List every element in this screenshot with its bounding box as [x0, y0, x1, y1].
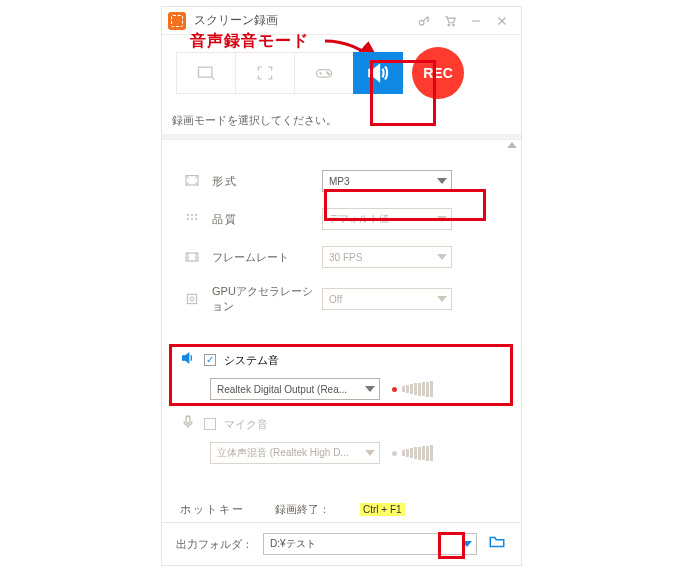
audio-section: システム音 Realtek Digital Output (Rea... マイク… — [162, 340, 521, 488]
record-button[interactable]: REC — [412, 47, 464, 99]
mode-audio[interactable] — [353, 52, 403, 94]
format-label: 形式 — [212, 174, 322, 189]
output-folder-input[interactable]: D:¥テスト — [263, 533, 477, 555]
gpu-label: GPUアクセラレーション — [212, 284, 322, 314]
framerate-label: フレームレート — [212, 250, 322, 265]
system-audio-group: システム音 Realtek Digital Output (Rea... — [180, 350, 503, 400]
mic-audio-meter — [392, 445, 433, 461]
footer: 出力フォルダ： D:¥テスト — [162, 522, 521, 565]
gpu-select: Off — [322, 288, 452, 310]
gpu-icon — [182, 289, 202, 309]
close-button[interactable] — [489, 10, 515, 32]
scroll-up-icon[interactable] — [162, 140, 521, 150]
output-folder-label: 出力フォルダ： — [176, 537, 253, 552]
framerate-select: 30 FPS — [322, 246, 452, 268]
svg-point-11 — [187, 214, 189, 216]
mic-audio-group: マイク音 立体声混音 (Realtek High D... — [180, 414, 503, 464]
row-format: 形式 MP3 — [182, 170, 501, 192]
svg-rect-18 — [187, 294, 196, 303]
svg-point-19 — [190, 297, 194, 301]
svg-point-14 — [187, 218, 189, 220]
framerate-icon — [182, 247, 202, 267]
svg-point-1 — [448, 24, 450, 26]
minimize-button[interactable] — [463, 10, 489, 32]
format-select[interactable]: MP3 — [322, 170, 452, 192]
svg-point-12 — [191, 214, 193, 216]
mic-audio-device-select: 立体声混音 (Realtek High D... — [210, 442, 380, 464]
chevron-down-icon — [462, 541, 472, 547]
svg-point-16 — [195, 218, 197, 220]
mode-region[interactable] — [176, 52, 236, 94]
hotkey-label: ホットキー — [180, 502, 245, 517]
app-icon — [168, 12, 186, 30]
app-window: スクリーン録画 REC 録画モードを選択してください。 — [161, 6, 522, 566]
svg-point-15 — [191, 218, 193, 220]
browse-folder-button[interactable] — [487, 533, 507, 555]
hotkey-key: Ctrl + F1 — [360, 503, 405, 516]
chevron-down-icon — [437, 178, 447, 184]
system-audio-checkbox[interactable] — [204, 354, 216, 366]
format-icon — [182, 171, 202, 191]
key-icon[interactable] — [411, 10, 437, 32]
chevron-down-icon — [437, 296, 447, 302]
mode-fullscreen[interactable] — [235, 52, 295, 94]
svg-rect-6 — [199, 67, 212, 77]
system-audio-device-select[interactable]: Realtek Digital Output (Rea... — [210, 378, 380, 400]
app-title: スクリーン録画 — [194, 12, 278, 29]
cart-icon[interactable] — [437, 10, 463, 32]
svg-point-13 — [195, 214, 197, 216]
mic-audio-checkbox[interactable] — [204, 418, 216, 430]
chevron-down-icon — [365, 386, 375, 392]
system-audio-meter — [392, 381, 433, 397]
chevron-down-icon — [365, 450, 375, 456]
system-audio-label: システム音 — [224, 353, 279, 368]
row-gpu: GPUアクセラレーション Off — [182, 284, 501, 314]
mode-hint: 録画モードを選択してください。 — [162, 107, 521, 134]
svg-point-0 — [419, 20, 424, 25]
chevron-down-icon — [437, 254, 447, 260]
quality-label: 品質 — [212, 212, 322, 227]
quality-select: デフォルト値 — [322, 208, 452, 230]
svg-point-2 — [453, 24, 455, 26]
hotkey-item-label: 録画終了： — [275, 502, 330, 517]
mic-icon — [180, 414, 196, 434]
row-quality: 品質 デフォルト値 — [182, 208, 501, 230]
speaker-icon — [180, 350, 196, 370]
svg-rect-20 — [186, 416, 190, 423]
chevron-down-icon — [437, 216, 447, 222]
row-framerate: フレームレート 30 FPS — [182, 246, 501, 268]
quality-icon — [182, 209, 202, 229]
settings-form: 形式 MP3 品質 デフォルト値 フレームレート 30 FPS GPUアクセラレ… — [162, 150, 521, 340]
mic-audio-label: マイク音 — [224, 417, 268, 432]
annotation-label: 音声録音モード — [190, 31, 309, 52]
